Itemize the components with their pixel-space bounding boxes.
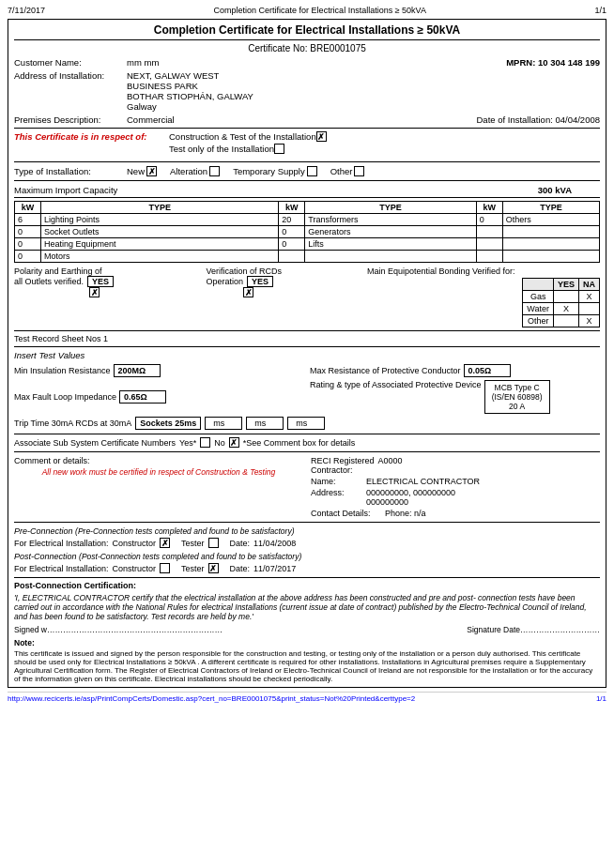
mprn-label: MPRN: xyxy=(506,57,535,68)
pre-date-value: 11/04/2008 xyxy=(253,539,296,548)
contact-label: Contact Details: xyxy=(311,509,381,518)
cert-no: Certificate No: BRE0001075 xyxy=(14,43,600,53)
cert-no-value: BRE0001075 xyxy=(310,43,366,53)
bond-th-yes: YES xyxy=(553,279,578,291)
mprn: MPRN: 10 304 148 199 xyxy=(506,57,600,68)
contact-value: Phone: n/a xyxy=(385,509,426,518)
address-block: Address of Installation: NEXT, GALWAY WE… xyxy=(14,70,600,112)
cell-kw1-r1: 6 xyxy=(15,214,41,226)
test-only-label: Test only of the Installation xyxy=(169,144,274,154)
test-row2: Max Fault Loop Impedance 0.65Ω Rating & … xyxy=(14,380,600,414)
test-only-item: Test only of the Installation xyxy=(169,144,327,154)
cell-kw3-r4 xyxy=(476,251,502,263)
polarity-yes-row: all Outlets verified. YES xyxy=(14,276,200,287)
footer: http://www.recicerts.ie/asp/PrintCompCer… xyxy=(8,692,606,703)
comment-note: All new work must be certified in respec… xyxy=(14,467,303,477)
post-date-value: 11/07/2017 xyxy=(253,564,296,573)
install-temp-checkbox xyxy=(307,166,317,176)
comment-left: Comment or details: All new work must be… xyxy=(14,456,303,518)
min-insulation-value: 200MΩ xyxy=(114,364,161,377)
cell-type3-r3 xyxy=(502,238,599,251)
verif-x-row xyxy=(243,287,361,297)
top-page: 1/1 xyxy=(594,6,606,15)
install-type-row: Type of Installation: New Alteration Tem… xyxy=(14,166,600,181)
pre-connection-section: Pre-Connection (Pre-Connection tests com… xyxy=(14,526,600,548)
mprn-value: 10 304 148 199 xyxy=(538,57,600,68)
install-new: New xyxy=(127,166,157,176)
comment-section: Comment or details: All new work must be… xyxy=(14,456,600,523)
cell-kw3-r2 xyxy=(476,226,502,238)
reci-row: RECI RegisteredContractor: A0000 xyxy=(311,456,600,475)
respect-prefix: This Certificate is xyxy=(14,131,91,142)
max-resistance-value: 0.05Ω xyxy=(464,364,511,377)
comment-label: Comment or details: xyxy=(14,456,303,465)
polarity-label2: all Outlets verified. xyxy=(14,277,84,286)
sub-no-label: No xyxy=(214,438,225,448)
bond-water-label: Water xyxy=(523,303,554,315)
bond-table: YES NA Gas X Water X xyxy=(522,278,600,327)
test-record-label: Test Record Sheet Nos 1 xyxy=(14,334,108,343)
footer-url: http://www.recicerts.ie/asp/PrintCompCer… xyxy=(8,694,415,703)
ms3: ms xyxy=(287,417,325,430)
address-line4: Galway xyxy=(127,101,600,112)
mic-row: Maximum Import Capacity 300 kVA xyxy=(14,185,600,198)
ms1: ms xyxy=(205,417,242,430)
trip-row: Trip Time 30mA RCDs at 30mA Sockets 25ms… xyxy=(14,417,600,434)
cell-type1-r4: Motors xyxy=(41,251,279,263)
address-value: NEXT, GALWAY WEST BUSINESS PARK BOTHAR S… xyxy=(127,70,600,112)
max-fault-label: Max Fault Loop Impedance xyxy=(14,392,116,402)
customer-label: Customer Name: xyxy=(14,57,127,68)
install-new-label: New xyxy=(127,166,145,176)
post-tester-checkbox xyxy=(208,563,219,573)
address-line1: NEXT, GALWAY WEST xyxy=(127,70,600,81)
post-subtitle: (Post-Connection tests completed and fou… xyxy=(79,552,301,561)
polarity-yes: YES xyxy=(87,276,114,287)
th-type3: TYPE xyxy=(502,202,599,214)
note-label: Note: xyxy=(14,638,600,647)
contact-row: Contact Details: Phone: n/a xyxy=(311,509,600,518)
name-label: Name: xyxy=(311,477,362,486)
sub-system-row: Associate Sub System Certificate Numbers… xyxy=(14,437,600,452)
cell-kw3-r3 xyxy=(476,238,502,251)
pre-connection-title: Pre-Connection (Pre-Connection tests com… xyxy=(14,526,600,536)
cert-section-title: Post-Connection Certification: xyxy=(14,581,600,590)
trip-label: Trip Time 30mA RCDs at 30mA xyxy=(14,419,131,428)
footer-page: 1/1 xyxy=(596,694,606,703)
max-fault-row: Max Fault Loop Impedance 0.65Ω xyxy=(14,380,304,414)
cert-title: Completion Certificate for Electrical In… xyxy=(14,23,600,40)
max-resistance-label: Max Resistance of Protective Conductor xyxy=(310,366,461,375)
respect-label: This Certificate is in respect of: xyxy=(14,131,169,142)
cell-type3-r2 xyxy=(502,226,599,238)
certification-section: Post-Connection Certification: 'I, ELECT… xyxy=(14,577,600,683)
install-other-checkbox xyxy=(354,166,364,176)
install-type-label: Type of Installation: xyxy=(14,166,127,176)
respect-colored: in respect of: xyxy=(91,131,147,142)
table-row: Gas X xyxy=(523,291,600,303)
address-reci-label: Address: xyxy=(311,488,362,507)
cell-type1-r3: Heating Equipment xyxy=(41,238,279,251)
cell-type3-r4 xyxy=(502,251,599,263)
reci-label: RECI RegisteredContractor: xyxy=(311,456,375,475)
bond-block: Main Equipotential Bonding Verified for:… xyxy=(367,266,600,327)
ms2: ms xyxy=(246,417,284,430)
reci-value: A0000 xyxy=(378,456,403,475)
cell-kw1-r3: 0 xyxy=(15,238,41,251)
polarity-x-box xyxy=(89,287,100,297)
bond-label: Main Equipotential Bonding Verified for: xyxy=(367,266,600,276)
polarity-block: Polarity and Earthing of all Outlets ver… xyxy=(14,266,200,297)
cell-type1-r2: Socket Outlets xyxy=(41,226,279,238)
bond-water-yes: X xyxy=(553,303,578,315)
cell-kw1-r4: 0 xyxy=(15,251,41,263)
pre-subtitle: (Pre-Connection tests completed and foun… xyxy=(75,526,294,536)
trip-value: Sockets 25ms xyxy=(135,417,201,430)
install-new-checkbox xyxy=(146,166,157,176)
verif-x-box xyxy=(243,287,253,297)
post-constructor-label: Constructor xyxy=(113,564,157,573)
th-type2: TYPE xyxy=(305,202,476,214)
table-row: Water X xyxy=(523,303,600,315)
install-other: Other xyxy=(330,166,365,176)
main-content: Completion Certificate for Electrical In… xyxy=(8,19,606,688)
polarity-section: Polarity and Earthing of all Outlets ver… xyxy=(14,266,600,331)
th-type1: TYPE xyxy=(41,202,279,214)
equipment-table: kW TYPE kW TYPE kW TYPE 6 Lighting Point… xyxy=(14,201,600,263)
